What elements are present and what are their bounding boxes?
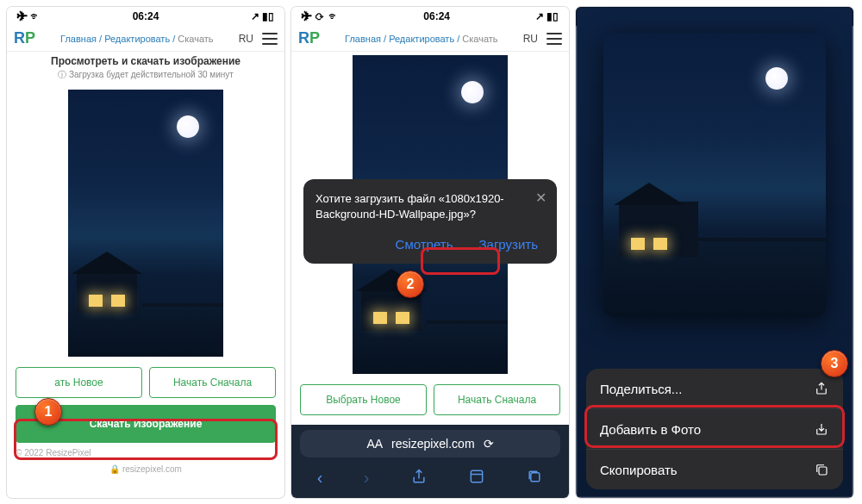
status-right: ↗ ▮▯ <box>251 10 274 22</box>
image-sheet-preview[interactable] <box>603 33 826 317</box>
copyright: © 2022 ResizePixel <box>7 443 284 463</box>
status-right: ↗ ▮▯ <box>535 10 559 22</box>
share-icon[interactable] <box>410 468 428 489</box>
text-size-icon[interactable]: AA <box>366 437 383 451</box>
status-bar: ✈ ⟳ ᯤ 06:24 ↗ ▮▯ <box>291 7 569 26</box>
address-bar-preview: 🔒 resizepixel.com <box>7 463 284 476</box>
menu-icon[interactable] <box>547 33 562 45</box>
status-time: 06:24 <box>133 10 159 22</box>
start-over-button[interactable]: Начать Сначала <box>149 367 276 398</box>
add-to-photos-label: Добавить в Фото <box>600 422 701 437</box>
download-dialog: Хотите загрузить файл «1080x1920-Backgro… <box>303 179 557 264</box>
page-header: RP Главная / Редактировать / Скачать RU <box>291 26 569 52</box>
language-selector[interactable]: RU <box>239 33 253 45</box>
status-left: ✈ ᯤ <box>17 10 41 22</box>
save-icon <box>814 421 829 437</box>
language-selector[interactable]: RU <box>523 33 538 45</box>
status-bar: ✈ ᯤ 06:24 ↗ ▮▯ <box>7 7 284 26</box>
step-badge-3: 3 <box>821 350 848 377</box>
share-icon <box>814 381 829 396</box>
url-text: resizepixel.com <box>391 437 474 451</box>
choose-new-button[interactable]: ать Новое <box>16 367 142 398</box>
bookmarks-icon[interactable] <box>468 468 485 489</box>
action-sheet: Поделиться... Добавить в Фото Скопироват… <box>586 369 843 489</box>
phone-2: ✈ ⟳ ᯤ 06:24 ↗ ▮▯ RP Главная / Редактиров… <box>291 7 569 498</box>
status-left: ✈ ⟳ ᯤ <box>302 10 339 22</box>
share-label: Поделиться... <box>600 382 682 396</box>
svg-rect-0 <box>471 470 482 482</box>
dialog-text: Хотите загрузить файл «1080x1920-Backgro… <box>315 191 545 221</box>
step-badge-1: 1 <box>34 398 62 426</box>
back-icon[interactable]: ‹ <box>317 468 323 489</box>
close-icon[interactable]: ✕ <box>535 190 547 206</box>
copy-label: Скопировать <box>600 463 678 477</box>
forward-icon[interactable]: › <box>364 468 370 489</box>
menu-icon[interactable] <box>262 33 278 45</box>
breadcrumb[interactable]: Главная / Редактировать / Скачать <box>325 34 518 44</box>
share-action[interactable]: Поделиться... <box>586 369 843 409</box>
reload-icon[interactable]: ⟳ <box>484 437 494 451</box>
phone-3: ✈ ᯤ 06:31 ↗ ▮▯ Поделиться... Добавить в … <box>576 7 853 498</box>
address-bar[interactable]: AA resizepixel.com ⟳ <box>300 430 560 457</box>
phone-1: ✈ ᯤ 06:24 ↗ ▮▯ RP Главная / Редактироват… <box>7 7 284 498</box>
start-over-button[interactable]: Начать Сначала <box>434 384 560 415</box>
logo[interactable]: RP <box>298 29 320 47</box>
svg-rect-2 <box>819 467 827 475</box>
status-time: 06:24 <box>423 10 450 22</box>
step-badge-2: 2 <box>397 271 424 298</box>
page-subtitle: ⓘ Загрузка будет действительной 30 минут <box>7 69 284 86</box>
image-preview <box>7 86 284 360</box>
svg-rect-1 <box>531 473 540 482</box>
view-button[interactable]: Смотреть <box>389 233 460 255</box>
add-to-photos-action[interactable]: Добавить в Фото <box>586 409 843 450</box>
safari-toolbar: AA resizepixel.com ⟳ ‹ › <box>291 425 569 498</box>
tabs-icon[interactable] <box>526 468 543 489</box>
download-confirm-button[interactable]: Загрузить <box>472 233 546 255</box>
page-title: Просмотреть и скачать изображение <box>7 52 284 69</box>
logo[interactable]: RP <box>14 29 35 47</box>
copy-icon <box>814 462 829 477</box>
choose-new-button[interactable]: Выбрать Новое <box>300 384 427 415</box>
breadcrumb[interactable]: Главная / Редактировать / Скачать <box>41 34 234 44</box>
copy-action[interactable]: Скопировать <box>586 450 843 489</box>
page-header: RP Главная / Редактировать / Скачать RU <box>7 26 284 52</box>
